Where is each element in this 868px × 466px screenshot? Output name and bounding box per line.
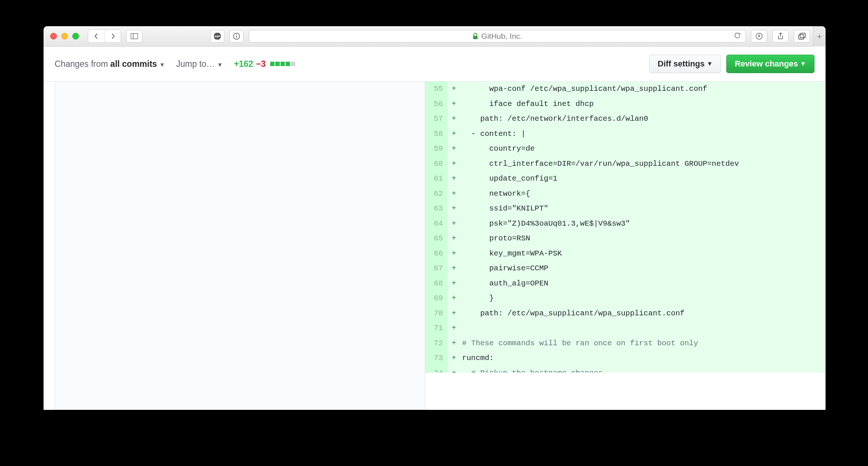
diff-line[interactable]: 67+ pairwise=CCMP [425, 261, 826, 276]
diff-line[interactable]: 64+ psk="Z)D4%3oaUq01.3,wE$|V9&sw3" [425, 216, 826, 232]
diff-line[interactable]: 69+ } [425, 291, 826, 306]
code-content: path: /etc/wpa_supplicant/wpa_supplicant… [461, 306, 826, 321]
diff-line[interactable]: 57+ path: /etc/network/interfaces.d/wlan… [425, 112, 826, 127]
line-number: 66 [425, 246, 447, 261]
lock-icon [472, 33, 478, 40]
url-display: GitHub, Inc. [472, 32, 522, 41]
diff-line[interactable]: 63+ ssid="KNILPT" [425, 201, 826, 216]
diff-line[interactable]: 61+ update_config=1 [425, 171, 826, 186]
diff-stats: +162 −3 [234, 59, 295, 69]
code-content: auth_alg=OPEN [461, 276, 826, 291]
changes-from-prefix: Changes from [55, 59, 110, 69]
jump-to-label: Jump to… [176, 59, 215, 69]
svg-rect-6 [236, 35, 237, 38]
changes-from-value: all commits [110, 59, 157, 69]
diff-line[interactable]: 55+ wpa-conf /etc/wpa_supplicant/wpa_sup… [425, 82, 826, 97]
side-panel [55, 82, 425, 410]
code-content: - content: | [461, 127, 826, 142]
toolbar-right: Diff settings▼ Review changes▼ [649, 55, 814, 73]
code-content: key_mgmt=WPA-PSK [461, 246, 826, 261]
diff-line[interactable]: 70+ path: /etc/wpa_supplicant/wpa_suppli… [425, 306, 826, 321]
svg-rect-7 [473, 36, 478, 39]
back-button[interactable] [88, 30, 104, 42]
diff-line[interactable]: 58+ - content: | [425, 127, 826, 142]
code-content: wpa-conf /etc/wpa_supplicant/wpa_supplic… [461, 82, 826, 97]
diff-marker: + [447, 141, 461, 157]
line-number: 63 [425, 201, 447, 216]
diff-marker: + [447, 82, 461, 97]
extension-buttons: ABP [210, 30, 244, 42]
diff-line[interactable]: 60+ ctrl_interface=DIR=/var/run/wpa_supp… [425, 157, 826, 172]
line-number: 67 [425, 261, 447, 276]
diff-line[interactable]: 68+ auth_alg=OPEN [425, 276, 826, 291]
review-changes-button[interactable]: Review changes▼ [726, 55, 814, 73]
diff-panel[interactable]: 55+ wpa-conf /etc/wpa_supplicant/wpa_sup… [425, 82, 826, 410]
sidebar-icon [131, 33, 138, 39]
code-content [461, 321, 826, 336]
svg-rect-9 [799, 35, 804, 39]
line-number: 72 [425, 336, 447, 351]
code-content: network={ [461, 186, 826, 202]
right-toolbar [751, 30, 810, 42]
forward-button[interactable] [104, 30, 121, 42]
url-label: GitHub, Inc. [481, 32, 522, 41]
plus-icon: + [817, 31, 822, 42]
code-content: # Pickup the hostname changes [461, 366, 826, 373]
diff-line[interactable]: 73+runcmd: [425, 351, 826, 366]
diff-line[interactable]: 66+ key_mgmt=WPA-PSK [425, 246, 826, 261]
pr-toolbar: Changes from all commits▼ Jump to…▼ +162… [44, 47, 826, 82]
url-bar[interactable]: GitHub, Inc. [249, 30, 746, 42]
svg-text:ABP: ABP [214, 35, 220, 38]
diff-line[interactable]: 65+ proto=RSN [425, 231, 826, 246]
downloads-button[interactable] [751, 30, 767, 42]
code-content: psk="Z)D4%3oaUq01.3,wE$|V9&sw3" [461, 216, 826, 232]
close-window-button[interactable] [50, 33, 57, 40]
code-content: path: /etc/network/interfaces.d/wlan0 [461, 112, 826, 127]
adblock-icon: ABP [213, 32, 221, 40]
diff-marker: + [447, 246, 461, 261]
tabs-button[interactable] [794, 30, 810, 42]
titlebar: ABP GitHub, Inc. [44, 26, 826, 47]
line-number: 69 [425, 291, 447, 306]
reload-button[interactable] [734, 32, 741, 41]
diff-squares [270, 62, 295, 66]
diff-line[interactable]: 59+ country=de [425, 141, 826, 157]
caret-down-icon: ▼ [217, 62, 223, 68]
chevron-left-icon [94, 33, 99, 40]
deletions-count: −3 [256, 59, 266, 69]
diff-settings-button[interactable]: Diff settings▼ [649, 55, 721, 73]
sidebar-toggle-button[interactable] [126, 30, 142, 42]
diff-marker: + [447, 306, 461, 321]
code-content: # These commands will be ran once on fir… [461, 336, 826, 351]
diff-marker: + [447, 216, 461, 232]
additions-count: +162 [234, 59, 253, 69]
minimize-window-button[interactable] [61, 33, 68, 40]
new-tab-button[interactable]: + [813, 26, 826, 47]
diff-line[interactable]: 71+ [425, 321, 826, 336]
diff-line[interactable]: 56+ iface default inet dhcp [425, 97, 826, 112]
caret-down-icon: ▼ [800, 61, 806, 67]
line-number: 59 [425, 141, 447, 157]
diff-marker: + [447, 112, 461, 127]
line-number: 70 [425, 306, 447, 321]
info-icon [233, 32, 240, 40]
diff-line[interactable]: 72+# These commands will be ran once on … [425, 336, 826, 351]
share-button[interactable] [772, 30, 789, 42]
adblock-extension-button[interactable]: ABP [210, 30, 224, 42]
code-content: iface default inet dhcp [461, 97, 826, 112]
line-number: 60 [425, 157, 447, 172]
code-content: country=de [461, 141, 826, 157]
toolbar-left: Changes from all commits▼ Jump to…▼ +162… [55, 59, 295, 69]
diff-marker: + [447, 201, 461, 216]
svg-rect-0 [131, 34, 138, 39]
diff-marker: + [447, 157, 461, 172]
maximize-window-button[interactable] [72, 33, 79, 40]
changes-from-dropdown[interactable]: Changes from all commits▼ [55, 59, 165, 69]
diff-line[interactable]: 74+ # Pickup the hostname changes [425, 366, 826, 373]
line-number: 57 [425, 112, 447, 127]
info-extension-button[interactable] [230, 30, 244, 42]
line-number: 55 [425, 82, 447, 97]
diff-line[interactable]: 62+ network={ [425, 186, 826, 202]
diff-marker: + [447, 186, 461, 202]
jump-to-dropdown[interactable]: Jump to…▼ [176, 59, 223, 69]
